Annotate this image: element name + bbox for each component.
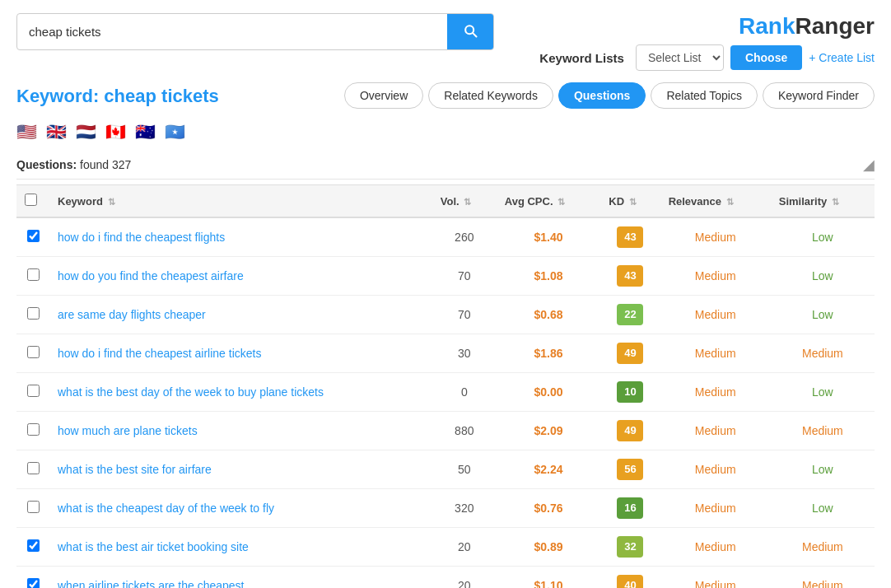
table-row: are same day flights cheaper70$0.6822Med… xyxy=(16,296,875,334)
vol-cell: 880 xyxy=(432,412,497,450)
select-list-dropdown[interactable]: Select List xyxy=(636,44,724,71)
relevance-cell: Medium xyxy=(660,334,771,373)
row-checkbox-6[interactable] xyxy=(27,462,40,474)
tab-related-topics[interactable]: Related Topics xyxy=(651,82,758,109)
filter-icon[interactable]: ◢ xyxy=(863,156,875,174)
kd-cell: 16 xyxy=(600,489,660,528)
keyword-cell[interactable]: what is the cheapest day of the week to … xyxy=(49,489,432,528)
search-input[interactable]: cheap tickets xyxy=(17,16,447,47)
tab-related-keywords[interactable]: Related Keywords xyxy=(428,82,553,109)
select-all-checkbox[interactable] xyxy=(25,194,37,206)
col-similarity[interactable]: Similarity ⇅ xyxy=(771,185,875,218)
kd-cell: 56 xyxy=(600,450,660,489)
choose-button[interactable]: Choose xyxy=(730,45,802,70)
cpc-cell: $2.09 xyxy=(497,412,601,450)
vol-cell: 70 xyxy=(432,296,497,334)
keyword-cell[interactable]: how do you find the cheapest airfare xyxy=(49,257,432,296)
tab-overview[interactable]: Overview xyxy=(344,82,423,109)
keyword-cell[interactable]: are same day flights cheaper xyxy=(49,296,432,334)
keyword-lists-controls: Keyword Lists Select List Choose + Creat… xyxy=(539,44,875,71)
flag-1[interactable]: 🇬🇧 xyxy=(46,124,69,139)
table-row: when airline tickets are the cheapest20$… xyxy=(16,567,875,589)
table-row: how do i find the cheapest flights260$1.… xyxy=(16,217,875,257)
col-keyword[interactable]: Keyword ⇅ xyxy=(49,185,432,218)
row-checkbox-4[interactable] xyxy=(27,385,40,397)
cpc-cell: $0.89 xyxy=(497,528,601,567)
row-checkbox-0[interactable] xyxy=(27,230,40,242)
flag-2[interactable]: 🇳🇱 xyxy=(76,124,99,139)
keyword-lists-label: Keyword Lists xyxy=(539,51,624,65)
row-checkbox-8[interactable] xyxy=(27,539,40,552)
nav-tabs: OverviewRelated KeywordsQuestionsRelated… xyxy=(344,82,875,109)
questions-header: Questions: found 327 ◢ xyxy=(16,151,875,180)
relevance-cell: Medium xyxy=(660,450,771,489)
kd-cell: 22 xyxy=(600,296,660,334)
col-kd[interactable]: KD ⇅ xyxy=(600,185,660,218)
similarity-cell: Low xyxy=(771,489,875,528)
vol-cell: 20 xyxy=(432,528,497,567)
vol-cell: 20 xyxy=(432,567,497,589)
col-check xyxy=(16,185,49,218)
kd-cell: 43 xyxy=(600,257,660,296)
flag-0[interactable]: 🇺🇸 xyxy=(16,124,40,139)
similarity-cell: Low xyxy=(771,217,875,257)
relevance-cell: Medium xyxy=(660,296,771,334)
flag-3[interactable]: 🇨🇦 xyxy=(105,124,128,139)
keywords-table-wrap: Keyword ⇅Vol. ⇅Avg CPC. ⇅KD ⇅Relevance ⇅… xyxy=(16,184,875,588)
relevance-cell: Medium xyxy=(660,528,771,567)
tab-keyword-finder[interactable]: Keyword Finder xyxy=(763,82,875,109)
similarity-cell: Medium xyxy=(771,334,875,373)
flag-4[interactable]: 🇦🇺 xyxy=(135,124,158,139)
keyword-cell[interactable]: how do i find the cheapest flights xyxy=(49,217,432,257)
kd-cell: 43 xyxy=(600,217,660,257)
keyword-cell[interactable]: how much are plane tickets xyxy=(49,412,432,450)
kd-cell: 40 xyxy=(600,567,660,589)
cpc-cell: $0.68 xyxy=(497,296,601,334)
vol-cell: 260 xyxy=(432,217,497,257)
relevance-cell: Medium xyxy=(660,217,771,257)
similarity-cell: Low xyxy=(771,450,875,489)
row-checkbox-2[interactable] xyxy=(27,307,40,320)
row-checkbox-9[interactable] xyxy=(27,578,40,588)
similarity-cell: Medium xyxy=(771,412,875,450)
table-row: what is the best day of the week to buy … xyxy=(16,373,875,412)
relevance-cell: Medium xyxy=(660,257,771,296)
kd-cell: 49 xyxy=(600,334,660,373)
search-bar: cheap tickets xyxy=(16,13,494,50)
cpc-cell: $1.10 xyxy=(497,567,601,589)
keyword-cell[interactable]: when airline tickets are the cheapest xyxy=(49,567,432,589)
keyword-cell[interactable]: what is the best air ticket booking site xyxy=(49,528,432,567)
row-checkbox-5[interactable] xyxy=(27,423,40,436)
row-checkbox-3[interactable] xyxy=(27,346,40,358)
row-checkbox-7[interactable] xyxy=(27,501,40,513)
row-checkbox-1[interactable] xyxy=(27,268,40,281)
keyword-cell[interactable]: what is the best site for airfare xyxy=(49,450,432,489)
flag-5[interactable]: 🇸🇴 xyxy=(165,124,188,139)
table-row: how much are plane tickets880$2.0949Medi… xyxy=(16,412,875,450)
cpc-cell: $2.24 xyxy=(497,450,601,489)
logo: RankRanger xyxy=(739,13,875,40)
keyword-cell[interactable]: how do i find the cheapest airline ticke… xyxy=(49,334,432,373)
keywords-table: Keyword ⇅Vol. ⇅Avg CPC. ⇅KD ⇅Relevance ⇅… xyxy=(16,184,875,588)
vol-cell: 50 xyxy=(432,450,497,489)
tab-questions[interactable]: Questions xyxy=(558,82,646,109)
table-row: how do you find the cheapest airfare70$1… xyxy=(16,257,875,296)
similarity-cell: Low xyxy=(771,257,875,296)
col-avg_cpc[interactable]: Avg CPC. ⇅ xyxy=(497,185,601,218)
keyword-title: Keyword: cheap tickets xyxy=(16,86,219,107)
create-list-link[interactable]: + Create List xyxy=(809,51,875,64)
cpc-cell: $1.86 xyxy=(497,334,601,373)
cpc-cell: $0.00 xyxy=(497,373,601,412)
vol-cell: 70 xyxy=(432,257,497,296)
col-relevance[interactable]: Relevance ⇅ xyxy=(660,185,771,218)
col-vol[interactable]: Vol. ⇅ xyxy=(432,185,497,218)
search-button[interactable] xyxy=(447,14,493,49)
similarity-cell: Low xyxy=(771,296,875,334)
cpc-cell: $0.76 xyxy=(497,489,601,528)
keyword-cell[interactable]: what is the best day of the week to buy … xyxy=(49,373,432,412)
vol-cell: 30 xyxy=(432,334,497,373)
table-row: what is the best air ticket booking site… xyxy=(16,528,875,567)
table-row: how do i find the cheapest airline ticke… xyxy=(16,334,875,373)
vol-cell: 320 xyxy=(432,489,497,528)
table-row: what is the cheapest day of the week to … xyxy=(16,489,875,528)
